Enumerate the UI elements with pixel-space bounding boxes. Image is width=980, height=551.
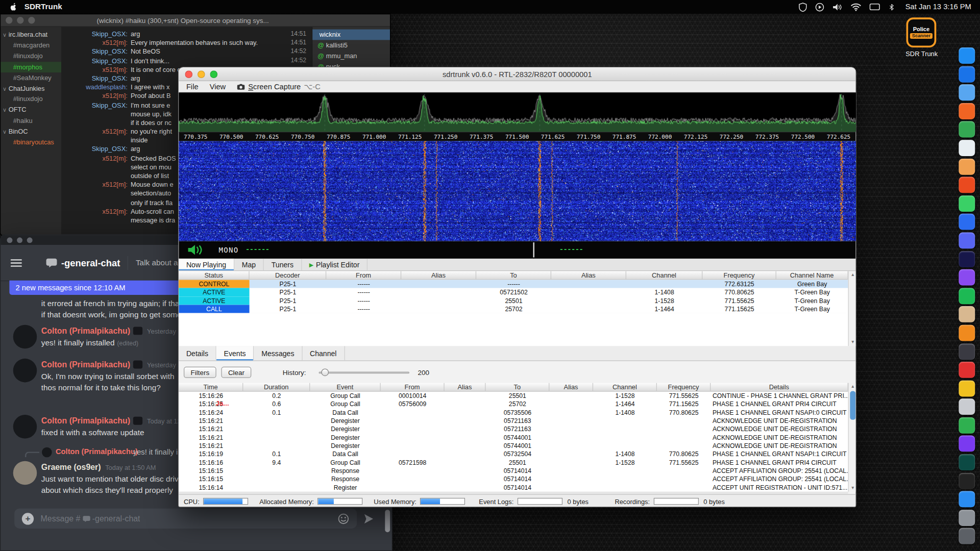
main-tab[interactable]: Now Playing (179, 259, 234, 270)
slider-thumb[interactable] (321, 368, 329, 376)
irc-close-button[interactable] (6, 17, 12, 23)
desktop-icon-sdrtrunk[interactable]: Police Scanner SDR Trunk (905, 17, 937, 57)
irc-minimize-button[interactable] (17, 17, 23, 23)
irc-tree-item[interactable]: #linuxdojo (1, 94, 61, 105)
column-header[interactable]: Channel (593, 383, 657, 391)
column-header[interactable]: Decoder (250, 271, 327, 279)
channel-name[interactable]: -general-chat (61, 257, 120, 268)
dock-finder[interactable] (959, 47, 975, 64)
avatar[interactable] (13, 359, 37, 383)
irc-tree-item[interactable]: #morphos (1, 62, 61, 72)
channel-row[interactable]: CONTROL P25-1 ------ ------ 772.63125 Gr… (179, 280, 848, 288)
channel-row[interactable]: ACTIVE P25-1 ------ 05721502 1-1408 770.… (179, 288, 848, 296)
irc-tree-item[interactable]: ∨OFTC (1, 105, 61, 115)
dock-gray-app-2[interactable] (959, 510, 975, 526)
message-input[interactable]: + Message # -general-chat (14, 509, 357, 529)
minimize-button[interactable] (198, 70, 205, 78)
event-row[interactable]: 15:16:21 Deregister 05721163 ACKNOWLEDGE… (179, 425, 848, 433)
sdrtrunk-window[interactable]: sdrtrunk v0.6.0 - RTL-2832/R820T 0000000… (178, 67, 856, 507)
detail-tab[interactable]: Channel (302, 346, 345, 360)
dock-equalizer-app[interactable] (959, 380, 975, 396)
apple-menu-icon[interactable] (9, 2, 17, 11)
volume-menu-icon[interactable] (832, 3, 843, 11)
event-row[interactable]: 15:16:25 0.6 Group Call 05756009 25702 1… (179, 400, 848, 408)
events-header[interactable]: TimeDurationEventFromAliasToAliasChannel… (179, 383, 848, 392)
dock-dark-app[interactable] (959, 343, 975, 360)
irc-titlebar[interactable]: (wicknix) #haiku (300,+snt) Open-source … (1, 14, 390, 27)
event-row[interactable]: 15:16:26 0.2 Group Call 00010014 25501 1… (179, 392, 848, 400)
now-playing-scrollbar[interactable]: ▲ ▼ (848, 271, 856, 346)
event-row[interactable]: 15:16:15 Response 05714014 ACCEPT AFFILI… (179, 475, 848, 483)
column-header[interactable]: Status (179, 271, 249, 279)
file-menu[interactable]: File (186, 82, 199, 91)
author-name[interactable]: Colton (Primalpikachu) (41, 326, 130, 335)
main-tab[interactable]: Playlist Editor (302, 259, 368, 270)
irc-tree-item[interactable]: ∨ChatJunkies (1, 83, 61, 94)
scrollbar-thumb[interactable] (850, 391, 855, 420)
discord-zoom-button[interactable] (27, 237, 33, 243)
dock-reddit[interactable] (959, 177, 975, 193)
column-header[interactable]: To (485, 383, 549, 391)
dock-tan-app[interactable] (959, 306, 975, 322)
dock-firefox[interactable] (959, 103, 975, 119)
irc-tree-item[interactable]: #linuxdojo (1, 51, 61, 62)
column-header[interactable]: Alias (445, 383, 486, 391)
dock-trash[interactable] (959, 528, 975, 544)
event-row[interactable]: 15:16:24 0.1 Data Call 05735506 1-1408 7… (179, 408, 848, 416)
column-header[interactable]: Event (310, 383, 380, 391)
column-header[interactable]: Alias (549, 383, 593, 391)
bluetooth-menu-icon[interactable] (888, 2, 895, 11)
event-row[interactable]: 15:16:21 Deregister 05744001 ACKNOWLEDGE… (179, 442, 848, 450)
channel-row[interactable]: CALL P25-1 ------ 25702 1-1464 771.15625… (179, 305, 848, 313)
avatar[interactable] (13, 325, 37, 349)
zoom-button[interactable] (210, 70, 217, 78)
channel-row[interactable]: ACTIVE P25-1 ------ 25501 1-1528 771.556… (179, 296, 848, 305)
column-header[interactable]: From (326, 271, 401, 279)
wifi-menu-icon[interactable] (850, 3, 861, 11)
column-header[interactable]: Alias (401, 271, 476, 279)
column-header[interactable]: Alias (551, 271, 626, 279)
send-button[interactable] (364, 514, 374, 523)
shield-menu-icon[interactable] (798, 2, 806, 11)
dock-vlc[interactable] (959, 325, 975, 341)
dock-red-app[interactable] (959, 362, 975, 378)
event-row[interactable]: 15:16:21 Deregister 05744001 ACKNOWLEDGE… (179, 433, 848, 441)
sdrtrunk-titlebar[interactable]: sdrtrunk v0.6.0 - RTL-2832/R820T 0000000… (179, 67, 855, 81)
view-menu[interactable]: View (210, 82, 226, 91)
police-scanner-icon[interactable]: Police Scanner (906, 17, 937, 47)
attach-plus-icon[interactable]: + (22, 513, 34, 524)
detail-tab[interactable]: Details (179, 346, 216, 360)
irc-tree-item[interactable]: ∨irc.libera.chat (1, 30, 61, 40)
detail-tab[interactable]: Events (216, 346, 254, 360)
column-header[interactable]: Channel (626, 271, 702, 279)
event-row[interactable]: 15:16:14 Register 05714014 ACCEPT UNIT R… (179, 483, 848, 491)
event-row[interactable]: 15:16:16 9.4 Group Call 05721598 25501 1… (179, 458, 848, 466)
column-header[interactable]: Details (710, 383, 848, 391)
filters-button[interactable]: Filters (184, 366, 216, 378)
discord-close-button[interactable] (7, 237, 12, 243)
event-row[interactable]: 15:16:15 Response 05714014 ACCEPT AFFILI… (179, 467, 848, 475)
irc-user[interactable]: @kallisti5 (312, 40, 390, 51)
dock-purple-app-2[interactable] (959, 436, 975, 452)
detail-tab[interactable]: Messages (254, 346, 303, 360)
avatar[interactable] (13, 415, 37, 439)
dock-app-store[interactable] (959, 66, 975, 82)
irc-user[interactable]: wicknix (312, 30, 390, 40)
scroll-down-icon[interactable]: ▼ (849, 339, 856, 346)
column-header[interactable]: Channel Name (776, 271, 848, 279)
author-name[interactable]: Colton (Primalpikachu) (41, 360, 130, 369)
menubar-clock[interactable]: Sat Jan 13 3:16 PM (905, 3, 971, 11)
now-playing-header[interactable]: StatusDecoderFromAliasToAliasChannelFreq… (179, 271, 848, 280)
irc-tree-item[interactable]: ∨BinOC (1, 126, 61, 137)
reply-author[interactable]: Colton (Primalpikachu) (56, 447, 138, 456)
dock-blue-app-2[interactable] (959, 491, 975, 508)
dock-discord[interactable] (959, 232, 975, 248)
emoji-picker-icon[interactable] (337, 513, 349, 524)
discord-minimize-button[interactable] (17, 237, 22, 243)
author-name[interactable]: Colton (Primalpikachu) (41, 416, 130, 425)
dock-twitch[interactable] (959, 251, 975, 267)
dock-spotify[interactable] (959, 288, 975, 304)
dock-green-circle-app[interactable] (959, 195, 975, 212)
scroll-up-icon[interactable]: ▲ (849, 271, 856, 279)
irc-user[interactable]: @mmu_man (312, 51, 390, 61)
